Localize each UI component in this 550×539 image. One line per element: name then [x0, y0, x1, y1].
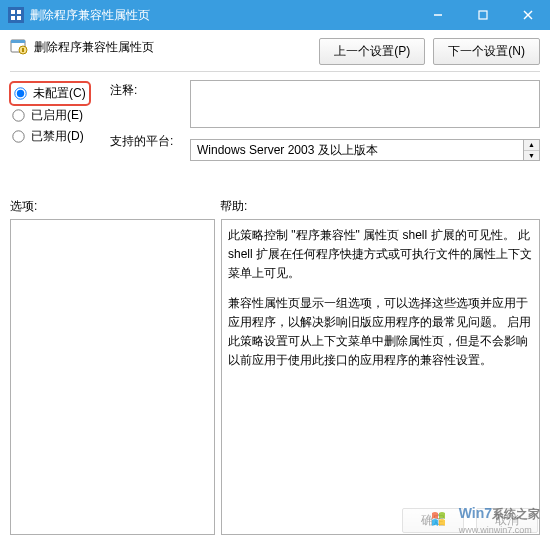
svg-rect-6: [479, 11, 487, 19]
header-row: 删除程序兼容性属性页 上一个设置(P) 下一个设置(N): [10, 38, 540, 65]
app-icon: [8, 7, 24, 23]
client-area: 删除程序兼容性属性页 上一个设置(P) 下一个设置(N) 未配置(C) 已启用(…: [0, 30, 550, 539]
footer-buttons: 确定 取消: [402, 508, 538, 533]
radio-disabled-label: 已禁用(D): [31, 128, 84, 145]
next-setting-button[interactable]: 下一个设置(N): [433, 38, 540, 65]
radio-enabled-label: 已启用(E): [31, 107, 83, 124]
platform-label: 支持的平台:: [110, 133, 190, 150]
policy-title: 删除程序兼容性属性页: [34, 39, 154, 56]
close-button[interactable]: [505, 0, 550, 30]
svg-rect-4: [17, 16, 21, 20]
svg-rect-1: [11, 10, 15, 14]
section-labels: 选项: 帮助:: [10, 198, 540, 215]
state-radios: 未配置(C) 已启用(E) 已禁用(D): [10, 80, 110, 149]
radio-disabled-input[interactable]: [12, 130, 24, 142]
divider: [10, 71, 540, 72]
field-labels: 注释: 支持的平台:: [110, 80, 190, 184]
prev-setting-button[interactable]: 上一个设置(P): [319, 38, 425, 65]
radio-enabled-input[interactable]: [12, 109, 24, 121]
options-label: 选项:: [10, 198, 220, 215]
platform-field: Windows Server 2003 及以上版本: [190, 139, 524, 161]
bottom-panes: 此策略控制 "程序兼容性" 属性页 shell 扩展的可见性。 此 shell …: [10, 219, 540, 535]
spin-up-icon[interactable]: ▲: [524, 140, 539, 151]
ok-button[interactable]: 确定: [402, 508, 464, 533]
radio-not-configured-input[interactable]: [14, 87, 26, 99]
radio-not-configured-label: 未配置(C): [33, 85, 86, 102]
minimize-button[interactable]: [415, 0, 460, 30]
svg-rect-12: [22, 48, 24, 52]
help-paragraph-1: 此策略控制 "程序兼容性" 属性页 shell 扩展的可见性。 此 shell …: [228, 226, 533, 284]
help-paragraph-2: 兼容性属性页显示一组选项，可以选择这些选项并应用于应用程序，以解决影响旧版应用程…: [228, 294, 533, 371]
field-values: Windows Server 2003 及以上版本 ▲ ▼: [190, 80, 540, 161]
window-title: 删除程序兼容性属性页: [30, 7, 415, 24]
spin-down-icon[interactable]: ▼: [524, 151, 539, 161]
svg-rect-0: [8, 7, 24, 23]
title-bar: 删除程序兼容性属性页: [0, 0, 550, 30]
radio-not-configured[interactable]: 未配置(C): [12, 84, 88, 103]
comment-label: 注释:: [110, 82, 190, 99]
help-pane: 此策略控制 "程序兼容性" 属性页 shell 扩展的可见性。 此 shell …: [221, 219, 540, 535]
options-pane: [10, 219, 215, 535]
maximize-button[interactable]: [460, 0, 505, 30]
comment-textarea[interactable]: [190, 80, 540, 128]
policy-icon: [10, 38, 28, 56]
svg-rect-10: [11, 40, 25, 43]
config-area: 未配置(C) 已启用(E) 已禁用(D) 注释: 支持的平台: Windows …: [10, 80, 540, 184]
radio-enabled[interactable]: 已启用(E): [12, 107, 110, 124]
radio-disabled[interactable]: 已禁用(D): [12, 128, 110, 145]
platform-spin[interactable]: ▲ ▼: [524, 139, 540, 161]
platform-value: Windows Server 2003 及以上版本: [197, 142, 378, 159]
help-label: 帮助:: [220, 198, 247, 215]
cancel-button[interactable]: 取消: [476, 508, 538, 533]
svg-rect-2: [17, 10, 21, 14]
svg-rect-3: [11, 16, 15, 20]
